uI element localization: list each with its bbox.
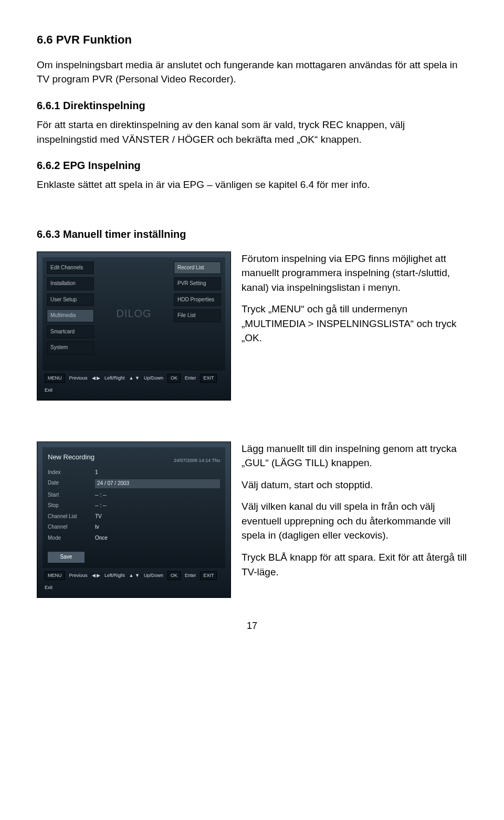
paragraph-add-recording-c: Välj vilken kanal du vill spela in från … bbox=[242, 499, 467, 543]
footer-exit-label: Exit bbox=[45, 387, 52, 394]
paragraph-6-6-3-a: Förutom inspelning via EPG finns möjligh… bbox=[242, 251, 467, 295]
val-date: 24 / 07 / 2003 bbox=[95, 479, 220, 488]
lbl-index: Index bbox=[48, 469, 90, 477]
val-mode: Once bbox=[95, 534, 220, 542]
val-channel: tv bbox=[95, 523, 220, 531]
val-index: 1 bbox=[95, 469, 220, 477]
val-stop: -- : -- bbox=[95, 502, 220, 510]
footer2-arrows-ud-icon: ▲ ▼ bbox=[129, 572, 140, 579]
heading-6-6-2: 6.6.2 EPG Inspelning bbox=[37, 158, 467, 173]
footer2-previous-label: Previous bbox=[69, 572, 88, 579]
lbl-mode: Mode bbox=[48, 534, 90, 542]
paragraph-add-recording-b: Välj datum, start och stopptid. bbox=[242, 478, 467, 492]
submenu-pvr-setting: PVR Setting bbox=[174, 277, 221, 290]
footer2-ok-button: OK bbox=[167, 571, 181, 580]
heading-6-6-3: 6.6.3 Manuell timer inställning bbox=[37, 227, 467, 242]
paragraph-6-6-1: För att starta en direktinspelning av de… bbox=[37, 118, 467, 146]
val-start: -- : -- bbox=[95, 491, 220, 499]
footer-menu-button: MENU bbox=[45, 374, 65, 383]
footer2-updown-label: Up/Down bbox=[144, 572, 163, 579]
footer2-arrows-lr-icon: ◀ ▶ bbox=[92, 572, 101, 579]
submenu-hdd-properties: HDD Properties bbox=[174, 293, 221, 307]
footer-exit-button: EXIT bbox=[200, 374, 217, 383]
footer-ok-button: OK bbox=[167, 374, 181, 383]
intro-paragraph: Om inspelningsbart media är anslutet och… bbox=[37, 58, 467, 87]
lbl-stop: Stop bbox=[48, 502, 90, 510]
footer2-exit-label: Exit bbox=[45, 584, 52, 591]
paragraph-add-recording-d: Tryck BLÅ knapp för att spara. Exit för … bbox=[242, 550, 467, 579]
footer2-leftright-label: Left/Right bbox=[104, 572, 125, 579]
screenshot-new-recording-form: New Recording 24/07/2008 14:14 Thu Index… bbox=[37, 441, 231, 598]
val-channel-list: TV bbox=[95, 513, 220, 521]
page-number: 17 bbox=[37, 619, 467, 633]
heading-6-6: 6.6 PVR Funktion bbox=[37, 31, 467, 48]
screenshot-multimedia-menu: Edit Channels Installation User Setup Mu… bbox=[37, 251, 231, 401]
footer2-menu-button: MENU bbox=[45, 571, 65, 580]
paragraph-add-recording-a: Lägg manuellt till din inspelning genom … bbox=[242, 441, 467, 470]
footer-updown-label: Up/Down bbox=[144, 375, 163, 382]
footer-arrows-lr-icon: ◀ ▶ bbox=[92, 375, 101, 382]
menu-installation: Installation bbox=[47, 277, 94, 290]
lbl-channel: Channel bbox=[48, 523, 90, 531]
lbl-date: Date bbox=[48, 479, 90, 488]
lbl-start: Start bbox=[48, 491, 90, 499]
footer2-exit-button: EXIT bbox=[200, 571, 217, 580]
menu-smartcard: Smartcard bbox=[47, 325, 94, 339]
brand-watermark: DILOG bbox=[97, 261, 171, 366]
menu-multimedia: Multimedia bbox=[47, 309, 94, 322]
save-button: Save bbox=[48, 552, 85, 563]
submenu-record-list: Record List bbox=[174, 261, 221, 275]
heading-6-6-1: 6.6.1 Direktinspelning bbox=[37, 98, 467, 113]
menu-edit-channels: Edit Channels bbox=[47, 261, 94, 275]
paragraph-6-6-2: Enklaste sättet att spela in är via EPG … bbox=[37, 177, 467, 192]
submenu-file-list: File List bbox=[174, 309, 221, 322]
footer-enter-label: Enter bbox=[185, 375, 196, 382]
lbl-channel-list: Channel List bbox=[48, 513, 90, 521]
footer2-enter-label: Enter bbox=[185, 572, 196, 579]
paragraph-6-6-3-b: Tryck „MENU“ och gå till undermenyn „MUL… bbox=[242, 302, 467, 345]
footer-previous-label: Previous bbox=[69, 375, 88, 382]
menu-system: System bbox=[47, 341, 94, 354]
menu-user-setup: User Setup bbox=[47, 293, 94, 307]
footer-arrows-ud-icon: ▲ ▼ bbox=[129, 375, 140, 382]
footer-leftright-label: Left/Right bbox=[104, 375, 125, 382]
